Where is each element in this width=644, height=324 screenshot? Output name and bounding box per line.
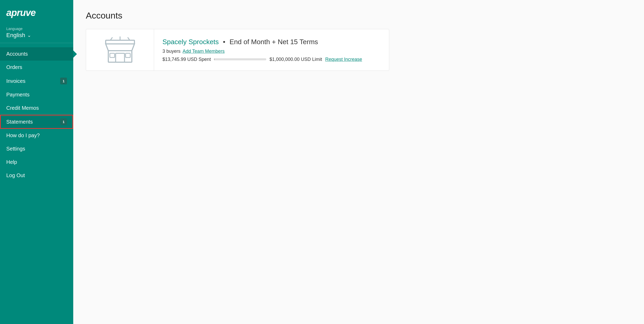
chevron-down-icon: ⌄ <box>27 32 31 38</box>
language-label: Language <box>6 27 67 31</box>
sidebar-item-label: Credit Memos <box>6 105 39 111</box>
svg-rect-2 <box>116 53 125 62</box>
logo-area: apruve <box>0 0 73 24</box>
sidebar-item-label: Payments <box>6 92 30 98</box>
sidebar-nav: Accounts Orders Invoices 1 Payments Cred… <box>0 43 73 324</box>
store-icon <box>103 36 137 64</box>
sidebar-item-label: Invoices <box>6 78 25 84</box>
active-arrow-indicator <box>73 50 77 58</box>
invoices-badge: 1 <box>60 78 67 84</box>
svg-rect-3 <box>110 53 115 57</box>
sidebar-item-label: Log Out <box>6 172 25 178</box>
account-limit-row: $13,745.99 USD Spent $1,000,000.00 USD L… <box>162 57 381 62</box>
buyers-count: 3 buyers <box>162 49 180 54</box>
sidebar-item-label: Orders <box>6 64 22 70</box>
statements-badge: 1 <box>60 118 67 125</box>
sidebar-item-invoices[interactable]: Invoices 1 <box>0 74 73 88</box>
account-card: Spacely Sprockets • End of Month + Net 1… <box>86 29 389 71</box>
account-name-link[interactable]: Spacely Sprockets <box>162 38 219 46</box>
svg-rect-1 <box>108 51 132 62</box>
add-team-members-link[interactable]: Add Team Members <box>183 49 225 54</box>
progress-bar-fill <box>214 58 215 60</box>
sidebar-item-label: Accounts <box>6 51 28 57</box>
page-title: Accounts <box>86 10 631 21</box>
credit-progress-bar <box>214 58 266 60</box>
account-info: Spacely Sprockets • End of Month + Net 1… <box>154 29 389 71</box>
sidebar-item-label: Help <box>6 159 17 165</box>
account-buyers-row: 3 buyers Add Team Members <box>162 49 381 54</box>
account-terms: End of Month + Net 15 Terms <box>229 38 318 46</box>
language-value: English <box>6 32 25 39</box>
sidebar-item-accounts[interactable]: Accounts <box>0 47 73 61</box>
sidebar-item-payments[interactable]: Payments <box>0 88 73 101</box>
sidebar-item-settings[interactable]: Settings <box>0 142 73 155</box>
sidebar-item-label: Settings <box>6 146 25 152</box>
account-name-row: Spacely Sprockets • End of Month + Net 1… <box>162 38 381 46</box>
sidebar-item-statements[interactable]: Statements 1 <box>0 115 73 129</box>
account-card-icon <box>86 29 154 71</box>
sidebar-item-orders[interactable]: Orders <box>0 61 73 74</box>
main-content: Accounts <box>73 0 644 324</box>
sidebar-item-how-do-i-pay[interactable]: How do I pay? <box>0 129 73 142</box>
svg-rect-0 <box>106 40 134 44</box>
limit-amount: $1,000,000.00 USD Limit <box>269 57 322 62</box>
sidebar-item-credit-memos[interactable]: Credit Memos <box>0 101 73 115</box>
spent-amount: $13,745.99 USD Spent <box>162 57 211 62</box>
language-selector[interactable]: English ⌄ <box>6 32 67 39</box>
sidebar-item-log-out[interactable]: Log Out <box>0 169 73 182</box>
sidebar: apruve Language English ⌄ Accounts Order… <box>0 0 73 324</box>
account-separator: • <box>223 38 225 46</box>
language-section: Language English ⌄ <box>0 24 73 43</box>
app-logo: apruve <box>6 7 36 18</box>
request-increase-link[interactable]: Request Increase <box>325 57 362 62</box>
sidebar-item-label: Statements <box>6 119 33 125</box>
sidebar-item-label: How do I pay? <box>6 132 40 138</box>
sidebar-item-help[interactable]: Help <box>0 155 73 169</box>
svg-rect-4 <box>126 53 130 57</box>
